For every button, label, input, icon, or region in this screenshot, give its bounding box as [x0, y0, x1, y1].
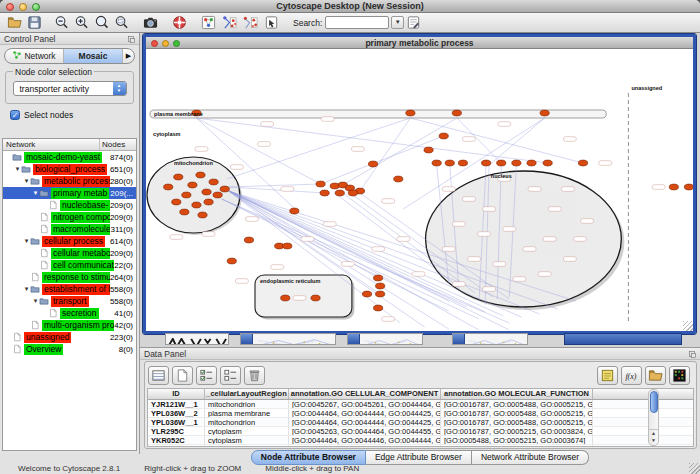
expand-triangle-icon[interactable]: ▾ [32, 297, 39, 305]
column-header-id[interactable]: ID [148, 389, 205, 399]
column-header-empty[interactable] [593, 389, 653, 399]
scrollbar-thumb[interactable] [650, 391, 658, 413]
node-count: 209(0) [110, 201, 136, 210]
tree-label: cellular metabo [51, 248, 110, 259]
select-attributes-icon[interactable] [196, 366, 217, 385]
status-welcome: Welcome to Cytoscape 2.8.1 [18, 464, 120, 473]
table-cell: [GO:0016787, GO:0005215, GO:0003824, G..… [441, 427, 593, 435]
search-advanced-icon[interactable] [404, 14, 423, 31]
tree-row-transport[interactable]: ▾transport558(0) [3, 295, 136, 307]
window-title: Cytoscape Desktop (New Session) [0, 0, 700, 13]
tab-scroll-right-icon[interactable]: ▶ [123, 49, 134, 63]
search-label: Search: [293, 18, 322, 28]
tree-row-establishment-of-lo[interactable]: ▾establishment of lo558(0) [3, 283, 136, 295]
window-titlebar[interactable]: Cytoscape Desktop (New Session) [0, 0, 700, 13]
table-row[interactable]: YPL036W__1mitochondrion[GO:0044464, GO:0… [148, 418, 693, 427]
tree-row-metabolic-process[interactable]: ▾metabolic process280(0) [3, 175, 136, 187]
tree-header-network[interactable]: Network [3, 139, 100, 150]
tab-mosaic[interactable]: Mosaic [64, 49, 123, 63]
node-color-dropdown[interactable]: transporter activity ▲▼ [13, 81, 127, 96]
tree-row-primary-metab[interactable]: ▾primary metab209(... [3, 187, 136, 199]
table-cell: cytoplasm [205, 436, 289, 444]
minimized-window-2[interactable] [240, 333, 336, 345]
table-row[interactable]: YDR039C__1mitochondrion[GO:0044464, GO:0… [148, 445, 693, 447]
delete-attribute-icon[interactable] [244, 366, 265, 385]
float-panel-icon[interactable] [127, 35, 136, 44]
expand-triangle-icon[interactable]: ▾ [23, 285, 30, 293]
search-input[interactable] [325, 16, 389, 29]
snapshot-icon[interactable] [141, 14, 160, 31]
tree-row-nitrogen-compo[interactable]: nitrogen compo209(0) [3, 211, 136, 223]
app-resize-grip[interactable] [689, 463, 700, 474]
tree-row-overview[interactable]: Overview8(0) [3, 343, 136, 355]
tab-network[interactable]: Network [5, 49, 64, 63]
open-icon[interactable] [5, 14, 24, 31]
minimized-window-1[interactable] [165, 333, 229, 345]
table-row[interactable]: YJR121W__1mitochondrion[GO:0045267, GO:0… [148, 400, 693, 409]
zoom-out-icon[interactable] [52, 14, 71, 31]
expand-triangle-icon[interactable]: ▾ [14, 165, 21, 173]
table-mode-icon[interactable] [148, 366, 169, 385]
float-panel-icon[interactable] [688, 350, 697, 359]
expand-triangle-icon[interactable]: ▾ [23, 237, 30, 245]
attribute-browser: f(x) ID_cellularLayoutRegionannotation.G… [144, 361, 697, 449]
tree-label: metabolic process [42, 176, 110, 187]
node-count: 874(0) [110, 153, 136, 162]
table-scrollbar[interactable]: ▲▼ [648, 389, 659, 446]
table-row[interactable]: YLR295Ccytoplasm[GO:0045263, GO:0044464,… [148, 427, 693, 436]
table-row[interactable]: YKR052Ccytoplasm[GO:0044464, GO:0044446,… [148, 436, 693, 445]
zoom-in-icon[interactable] [72, 14, 91, 31]
help-icon[interactable] [170, 14, 189, 31]
tree-row-cell-communicat[interactable]: cell communicat22(0) [3, 259, 136, 271]
minimized-window-4[interactable] [452, 333, 528, 345]
scrollbar-arrows[interactable]: ▲▼ [649, 429, 658, 445]
network-window-titlebar[interactable]: primary metabolic process [146, 37, 693, 49]
network-view-window[interactable]: primary metabolic process plasma membran… [143, 34, 696, 334]
zoom-selected-icon[interactable] [112, 14, 131, 31]
table-cell: mitochondrion [205, 418, 289, 426]
save-icon[interactable] [25, 14, 44, 31]
tree-row-secretion[interactable]: secretion41(0) [3, 307, 136, 319]
tree-row-multi-organism-pro[interactable]: multi-organism pro42(0) [3, 319, 136, 331]
tree-header-nodes[interactable]: Nodes [100, 139, 136, 150]
notes-icon[interactable] [597, 366, 618, 385]
tree-row-nucleobase-[interactable]: nucleobase-209(0) [3, 199, 136, 211]
vizmapper-icon[interactable] [199, 14, 218, 31]
zoom-fit-icon[interactable] [92, 14, 111, 31]
search-dropdown-arrow[interactable]: ▼ [391, 16, 404, 29]
minimized-window-3[interactable] [347, 333, 423, 345]
table-cell [593, 400, 653, 408]
table-cell [593, 445, 653, 447]
tree-row-cellular-process[interactable]: ▾cellular process614(0) [3, 235, 136, 247]
tree-row-mosaic-demo-yeast[interactable]: mosaic-demo-yeast874(0) [3, 151, 136, 163]
layout-icon[interactable] [220, 14, 239, 31]
tree-row-unassigned[interactable]: unassigned223(0) [3, 331, 136, 343]
minimized-window-5[interactable] [564, 333, 682, 345]
tree-row-response-to-stimul[interactable]: response to stimul264(0) [3, 271, 136, 283]
select-nodes-checkbox[interactable]: ✓ [10, 110, 20, 120]
column-header--cellularlayoutregion[interactable]: _cellularLayoutRegion [205, 389, 289, 399]
table-cell [593, 418, 653, 426]
attribute-table[interactable]: ID_cellularLayoutRegionannotation.GO CEL… [147, 388, 694, 447]
tree-row-biological-process[interactable]: ▾biological_process651(0) [3, 163, 136, 175]
svg-text:unassigned: unassigned [631, 85, 662, 91]
tree-row-macromolecule[interactable]: macromolecule311(0) [3, 223, 136, 235]
window-resize-grip[interactable] [683, 321, 693, 331]
formula-icon[interactable]: f(x) [621, 366, 642, 385]
new-attribute-icon[interactable] [172, 366, 193, 385]
unselect-attributes-icon[interactable] [220, 366, 241, 385]
network-tree-panel: Network Nodes mosaic-demo-yeast874(0)▾bi… [2, 138, 137, 451]
network-canvas[interactable]: plasma membranecytoplasmmitochondrionnuc… [146, 49, 693, 331]
annotation-icon[interactable] [262, 14, 281, 31]
table-row[interactable]: YPL036W__2plasma membrane[GO:0044464, GO… [148, 409, 693, 418]
expand-triangle-icon[interactable]: ▾ [23, 177, 30, 185]
import-attributes-icon[interactable] [645, 366, 666, 385]
tree-row-cellular-metabo[interactable]: cellular metabo209(0) [3, 247, 136, 259]
edit-network-icon[interactable] [241, 14, 260, 31]
tree-label: response to stimul [42, 272, 110, 283]
expand-triangle-icon[interactable]: ▾ [32, 189, 39, 197]
column-header-annotation-go-cellular-component[interactable]: annotation.GO CELLULAR_COMPONENT [289, 389, 441, 399]
matrix-icon[interactable] [669, 366, 690, 385]
column-header-annotation-go-molecular-function[interactable]: annotation.GO MOLECULAR_FUNCTION [441, 389, 593, 399]
file-icon [39, 260, 51, 270]
